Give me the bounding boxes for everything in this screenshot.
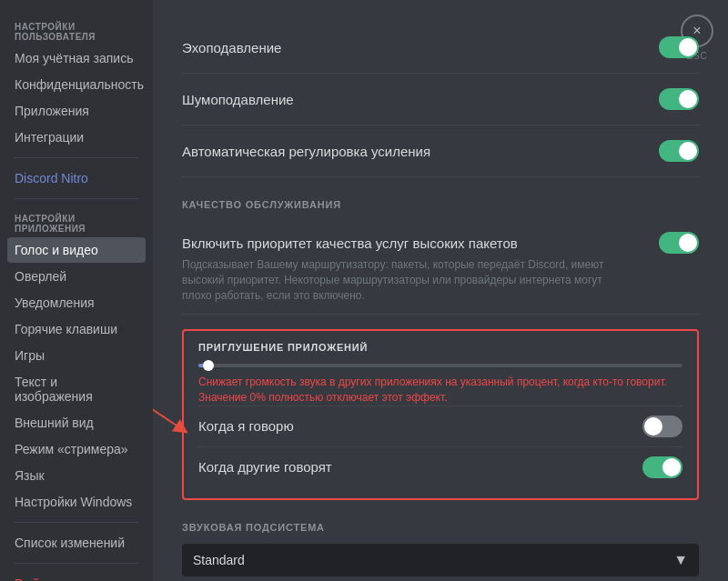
agc-toggle[interactable] [659, 140, 699, 162]
sidebar-divider-4 [15, 563, 138, 564]
sidebar: НАСТРОЙКИ ПОЛЬЗОВАТЕЛЯ Моя учётная запис… [0, 0, 153, 581]
sidebar-item-streamer[interactable]: Режим «стримера» [7, 436, 146, 462]
when-others-speak-toggle[interactable] [642, 456, 682, 478]
qos-toggle-thumb [679, 234, 697, 252]
sidebar-divider-2 [15, 198, 138, 199]
sound-system-select-container: Standard Legacy ▼ [182, 544, 699, 576]
noise-setting-row: Шумоподавление [182, 74, 699, 125]
user-settings-section-label: НАСТРОЙКИ ПОЛЬЗОВАТЕЛЯ [7, 15, 146, 45]
sidebar-item-overlay[interactable]: Оверлей [7, 264, 146, 289]
noise-toggle[interactable] [659, 88, 699, 110]
qos-toggle[interactable] [659, 232, 699, 254]
sidebar-item-integrations[interactable]: Интеграции [7, 125, 146, 150]
sidebar-item-appearance[interactable]: Внешний вид [7, 410, 146, 436]
sidebar-item-privacy[interactable]: Конфиденциальность [7, 72, 146, 97]
app-settings-section-label: НАСТРОЙКИ ПРИЛОЖЕНИЯ [7, 206, 146, 237]
attenuation-title: ПРИГЛУШЕНИЕ ПРИЛОЖЕНИЙ [198, 342, 682, 353]
agc-label: Автоматическая регулировка усиления [182, 144, 430, 159]
when-i-speak-toggle-thumb [644, 417, 662, 436]
noise-toggle-thumb [679, 90, 697, 108]
when-i-speak-label: Когда я говорю [198, 418, 294, 434]
sidebar-item-notifications[interactable]: Уведомления [7, 290, 146, 316]
esc-icon: × [693, 23, 701, 39]
echo-setting-row: Эхоподавление [182, 22, 699, 74]
sidebar-divider-1 [15, 157, 138, 158]
sidebar-item-games[interactable]: Игры [7, 343, 146, 368]
qos-section-heading: КАЧЕСТВО ОБСЛУЖИВАНИЯ [182, 199, 699, 210]
noise-label: Шумоподавление [182, 92, 294, 107]
sound-system-section: ЗВУКОВАЯ ПОДСИСТЕМА Standard Legacy ▼ [182, 522, 699, 576]
echo-toggle-thumb [679, 38, 697, 56]
when-i-speak-toggle[interactable] [642, 416, 682, 437]
sidebar-item-language[interactable]: Язык [7, 463, 146, 488]
agc-toggle-thumb [679, 142, 697, 160]
sidebar-item-apps[interactable]: Приложения [7, 98, 146, 124]
when-others-speak-toggle-thumb [662, 458, 681, 476]
sidebar-item-windows[interactable]: Настройки Windows [7, 489, 146, 515]
slider-thumb [203, 360, 214, 371]
sidebar-item-logout[interactable]: Выйти [7, 571, 146, 581]
agc-setting-row: Автоматическая регулировка усиления [182, 125, 699, 177]
sidebar-item-nitro[interactable]: Discord Nitro [7, 165, 146, 191]
when-others-speak-label: Когда другие говорят [198, 459, 332, 475]
qos-description: Подсказывает Вашему маршрутизатору: паке… [182, 257, 619, 303]
attenuation-slider-container[interactable] [198, 364, 682, 367]
sidebar-item-text[interactable]: Текст и изображения [7, 369, 146, 409]
when-others-speak-row: Когда другие говорят [198, 446, 682, 487]
sound-system-section-heading: ЗВУКОВАЯ ПОДСИСТЕМА [182, 522, 699, 533]
qos-label: Включить приоритет качества услуг высоки… [182, 235, 518, 251]
main-content: × ESC Эхоподавление Шумоподавление Автом… [153, 0, 728, 581]
qos-row: Включить приоритет качества услуг высоки… [182, 232, 699, 254]
echo-toggle[interactable] [659, 36, 699, 58]
attenuation-section: ПРИГЛУШЕНИЕ ПРИЛОЖЕНИЙ Снижает громкость… [182, 329, 699, 500]
sound-system-select[interactable]: Standard Legacy [182, 544, 699, 576]
sidebar-divider-3 [15, 522, 138, 523]
sidebar-item-voice[interactable]: Голос и видео [7, 237, 146, 263]
when-i-speak-row: Когда я говорю [198, 406, 682, 446]
echo-label: Эхоподавление [182, 40, 281, 55]
sidebar-item-hotkeys[interactable]: Горячие клавиши [7, 316, 146, 342]
sidebar-item-account[interactable]: Моя учётная запись [7, 45, 146, 71]
sidebar-item-changelog[interactable]: Список изменений [7, 530, 146, 556]
slider-track [198, 364, 682, 367]
qos-block: Включить приоритет качества услуг высоки… [182, 221, 699, 315]
attenuation-box: ПРИГЛУШЕНИЕ ПРИЛОЖЕНИЙ Снижает громкость… [182, 329, 699, 500]
attenuation-description: Снижает громкость звука в других приложе… [198, 375, 682, 406]
